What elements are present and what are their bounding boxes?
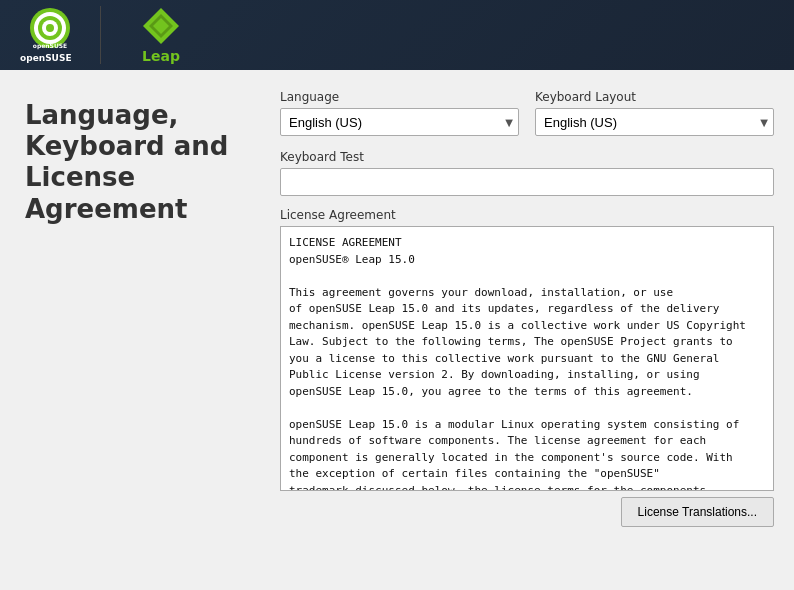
leap-diamond-icon <box>141 6 181 46</box>
license-text-box[interactable]: LICENSE AGREEMENT openSUSE® Leap 15.0 Th… <box>280 226 774 491</box>
keyboard-layout-select[interactable]: English (US) <box>535 108 774 136</box>
license-text: LICENSE AGREEMENT openSUSE® Leap 15.0 Th… <box>289 235 765 491</box>
keyboard-layout-label: Keyboard Layout <box>535 90 774 104</box>
svg-text:openSUSE: openSUSE <box>20 53 72 63</box>
language-group: Language English (US) ▼ <box>280 90 519 136</box>
leap-logo: Leap <box>121 6 181 64</box>
sidebar: Language,Keyboard andLicense Agreement <box>0 70 270 590</box>
license-translations-row: License Translations... <box>280 497 774 527</box>
language-select-wrapper: English (US) ▼ <box>280 108 519 136</box>
opensuse-logo: openSUSE openSUSE <box>20 6 101 64</box>
header: openSUSE openSUSE Leap <box>0 0 794 70</box>
license-agreement-group: License Agreement LICENSE AGREEMENT open… <box>280 208 774 491</box>
opensuse-logo-icon: openSUSE <box>28 6 72 50</box>
keyboard-layout-select-wrapper: English (US) ▼ <box>535 108 774 136</box>
svg-point-4 <box>46 24 54 32</box>
main-content: Language,Keyboard andLicense Agreement L… <box>0 70 794 590</box>
page-title: Language,Keyboard andLicense Agreement <box>25 100 245 225</box>
language-label: Language <box>280 90 519 104</box>
leap-label: Leap <box>142 48 180 64</box>
keyboard-test-group: Keyboard Test <box>280 150 774 196</box>
license-translations-button[interactable]: License Translations... <box>621 497 774 527</box>
content-area: Language English (US) ▼ Keyboard Layout … <box>270 70 794 590</box>
keyboard-layout-group: Keyboard Layout English (US) ▼ <box>535 90 774 136</box>
language-select[interactable]: English (US) <box>280 108 519 136</box>
license-agreement-label: License Agreement <box>280 208 774 222</box>
opensuse-text: openSUSE <box>20 50 80 64</box>
top-form-row: Language English (US) ▼ Keyboard Layout … <box>280 90 774 136</box>
keyboard-test-label: Keyboard Test <box>280 150 774 164</box>
keyboard-test-input[interactable] <box>280 168 774 196</box>
svg-text:openSUSE: openSUSE <box>33 42 67 50</box>
